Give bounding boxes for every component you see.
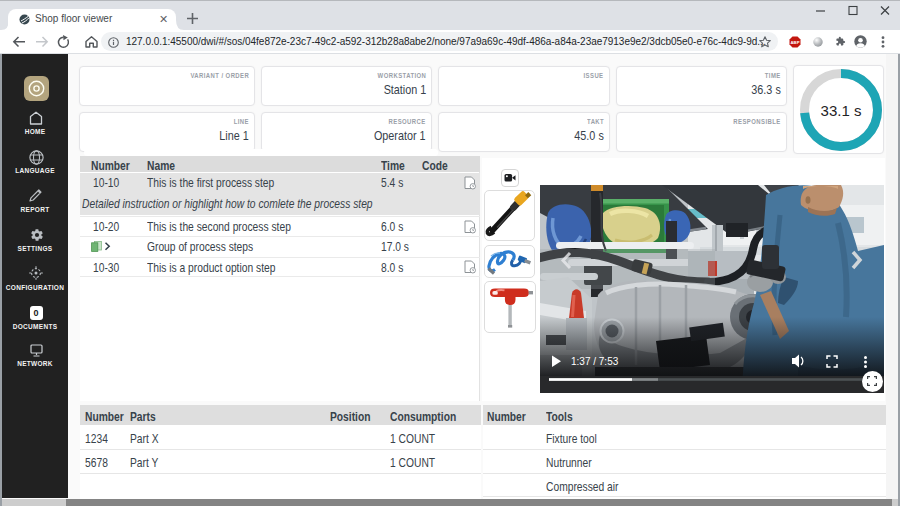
svg-text:1:37 / 7:53: 1:37 / 7:53 <box>571 356 619 367</box>
svg-text:ABP: ABP <box>791 40 800 45</box>
